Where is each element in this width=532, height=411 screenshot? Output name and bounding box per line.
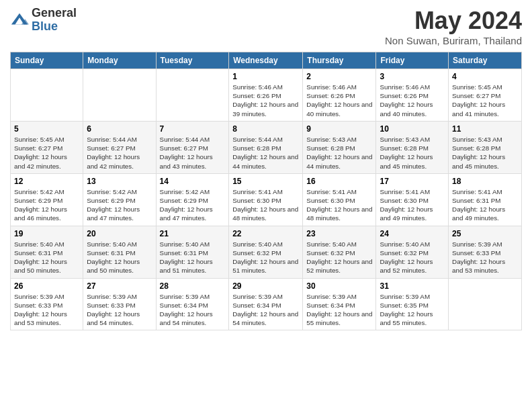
day-info: Sunrise: 5:41 AM Sunset: 6:30 PM Dayligh… — [306, 187, 372, 223]
day-number: 14 — [160, 177, 226, 186]
logo: General Blue — [10, 7, 77, 34]
day-number: 21 — [160, 229, 226, 238]
day-info: Sunrise: 5:46 AM Sunset: 6:26 PM Dayligh… — [306, 83, 372, 118]
day-info: Sunrise: 5:42 AM Sunset: 6:29 PM Dayligh… — [87, 187, 152, 223]
day-info: Sunrise: 5:43 AM Sunset: 6:28 PM Dayligh… — [380, 135, 445, 171]
calendar-cell: 30Sunrise: 5:39 AM Sunset: 6:34 PM Dayli… — [303, 278, 376, 330]
day-number: 29 — [232, 281, 299, 291]
weekday-header: Saturday — [449, 52, 522, 69]
day-info: Sunrise: 5:40 AM Sunset: 6:32 PM Dayligh… — [306, 240, 372, 275]
calendar-cell: 20Sunrise: 5:40 AM Sunset: 6:31 PM Dayli… — [83, 226, 156, 278]
day-info: Sunrise: 5:39 AM Sunset: 6:33 PM Dayligh… — [452, 240, 518, 275]
calendar-cell: 15Sunrise: 5:41 AM Sunset: 6:30 PM Dayli… — [229, 173, 303, 226]
day-info: Sunrise: 5:42 AM Sunset: 6:29 PM Dayligh… — [14, 187, 79, 223]
weekday-header: Friday — [376, 52, 449, 69]
day-info: Sunrise: 5:44 AM Sunset: 6:27 PM Dayligh… — [87, 135, 152, 171]
day-info: Sunrise: 5:40 AM Sunset: 6:32 PM Dayligh… — [232, 240, 299, 275]
day-number: 28 — [160, 281, 226, 291]
calendar-cell: 16Sunrise: 5:41 AM Sunset: 6:30 PM Dayli… — [303, 173, 376, 226]
calendar-cell: 10Sunrise: 5:43 AM Sunset: 6:28 PM Dayli… — [376, 121, 449, 173]
day-info: Sunrise: 5:40 AM Sunset: 6:31 PM Dayligh… — [14, 240, 79, 275]
calendar-cell: 7Sunrise: 5:44 AM Sunset: 6:27 PM Daylig… — [156, 121, 229, 173]
calendar-cell: 29Sunrise: 5:39 AM Sunset: 6:34 PM Dayli… — [229, 278, 303, 330]
calendar-cell — [83, 69, 156, 122]
day-info: Sunrise: 5:43 AM Sunset: 6:28 PM Dayligh… — [306, 135, 372, 171]
calendar-cell: 25Sunrise: 5:39 AM Sunset: 6:33 PM Dayli… — [449, 226, 522, 278]
day-info: Sunrise: 5:41 AM Sunset: 6:30 PM Dayligh… — [232, 187, 299, 223]
logo-icon — [10, 11, 29, 30]
day-number: 16 — [306, 177, 372, 186]
day-info: Sunrise: 5:39 AM Sunset: 6:35 PM Dayligh… — [380, 292, 445, 328]
month-year: May 2024 — [385, 7, 522, 35]
calendar-week-row: 26Sunrise: 5:39 AM Sunset: 6:33 PM Dayli… — [11, 278, 522, 330]
day-info: Sunrise: 5:45 AM Sunset: 6:27 PM Dayligh… — [452, 83, 518, 118]
calendar-cell: 11Sunrise: 5:43 AM Sunset: 6:28 PM Dayli… — [449, 121, 522, 173]
day-number: 13 — [87, 177, 152, 186]
day-number: 22 — [232, 229, 299, 238]
weekday-header: Thursday — [303, 52, 376, 69]
calendar-cell: 31Sunrise: 5:39 AM Sunset: 6:35 PM Dayli… — [376, 278, 449, 330]
logo-text: General Blue — [32, 7, 77, 34]
calendar-cell: 1Sunrise: 5:46 AM Sunset: 6:26 PM Daylig… — [229, 69, 303, 122]
calendar-week-row: 19Sunrise: 5:40 AM Sunset: 6:31 PM Dayli… — [11, 226, 522, 278]
weekday-header: Wednesday — [229, 52, 303, 69]
day-number: 8 — [232, 124, 299, 134]
day-info: Sunrise: 5:42 AM Sunset: 6:29 PM Dayligh… — [160, 187, 226, 223]
day-number: 19 — [14, 229, 79, 238]
day-number: 18 — [452, 177, 518, 186]
day-info: Sunrise: 5:46 AM Sunset: 6:26 PM Dayligh… — [380, 83, 445, 118]
calendar-week-row: 1Sunrise: 5:46 AM Sunset: 6:26 PM Daylig… — [11, 69, 522, 122]
day-info: Sunrise: 5:46 AM Sunset: 6:26 PM Dayligh… — [232, 83, 299, 118]
day-info: Sunrise: 5:39 AM Sunset: 6:33 PM Dayligh… — [14, 292, 79, 328]
day-number: 4 — [452, 72, 518, 81]
day-number: 6 — [87, 124, 152, 134]
day-number: 30 — [306, 281, 372, 291]
day-info: Sunrise: 5:40 AM Sunset: 6:32 PM Dayligh… — [380, 240, 445, 275]
day-info: Sunrise: 5:41 AM Sunset: 6:31 PM Dayligh… — [452, 187, 518, 223]
day-number: 15 — [232, 177, 299, 186]
weekday-header-row: SundayMondayTuesdayWednesdayThursdayFrid… — [11, 52, 522, 69]
weekday-header: Sunday — [11, 52, 83, 69]
day-info: Sunrise: 5:44 AM Sunset: 6:27 PM Dayligh… — [160, 135, 226, 171]
day-info: Sunrise: 5:45 AM Sunset: 6:27 PM Dayligh… — [14, 135, 79, 171]
calendar-cell: 5Sunrise: 5:45 AM Sunset: 6:27 PM Daylig… — [11, 121, 83, 173]
weekday-header: Monday — [83, 52, 156, 69]
day-number: 31 — [380, 281, 445, 291]
day-number: 12 — [14, 177, 79, 186]
day-number: 3 — [380, 72, 445, 81]
day-number: 1 — [232, 72, 299, 81]
title-block: May 2024 Non Suwan, Buriram, Thailand — [385, 7, 522, 46]
weekday-header: Tuesday — [156, 52, 229, 69]
page-header: General Blue May 2024 Non Suwan, Buriram… — [10, 7, 522, 46]
day-number: 26 — [14, 281, 79, 291]
day-number: 2 — [306, 72, 372, 81]
location: Non Suwan, Buriram, Thailand — [385, 35, 522, 46]
calendar-cell: 22Sunrise: 5:40 AM Sunset: 6:32 PM Dayli… — [229, 226, 303, 278]
day-info: Sunrise: 5:40 AM Sunset: 6:31 PM Dayligh… — [87, 240, 152, 275]
calendar-cell: 23Sunrise: 5:40 AM Sunset: 6:32 PM Dayli… — [303, 226, 376, 278]
day-number: 9 — [306, 124, 372, 134]
calendar-cell: 12Sunrise: 5:42 AM Sunset: 6:29 PM Dayli… — [11, 173, 83, 226]
calendar-table: SundayMondayTuesdayWednesdayThursdayFrid… — [10, 52, 522, 330]
day-number: 23 — [306, 229, 372, 238]
calendar-cell: 3Sunrise: 5:46 AM Sunset: 6:26 PM Daylig… — [376, 69, 449, 122]
calendar-cell: 2Sunrise: 5:46 AM Sunset: 6:26 PM Daylig… — [303, 69, 376, 122]
calendar-cell: 21Sunrise: 5:40 AM Sunset: 6:31 PM Dayli… — [156, 226, 229, 278]
day-number: 10 — [380, 124, 445, 134]
day-info: Sunrise: 5:43 AM Sunset: 6:28 PM Dayligh… — [452, 135, 518, 171]
logo-blue: Blue — [32, 20, 77, 34]
calendar-cell: 8Sunrise: 5:44 AM Sunset: 6:28 PM Daylig… — [229, 121, 303, 173]
calendar-cell: 28Sunrise: 5:39 AM Sunset: 6:34 PM Dayli… — [156, 278, 229, 330]
day-info: Sunrise: 5:39 AM Sunset: 6:34 PM Dayligh… — [232, 292, 299, 328]
calendar-cell: 6Sunrise: 5:44 AM Sunset: 6:27 PM Daylig… — [83, 121, 156, 173]
day-info: Sunrise: 5:44 AM Sunset: 6:28 PM Dayligh… — [232, 135, 299, 171]
calendar-cell: 26Sunrise: 5:39 AM Sunset: 6:33 PM Dayli… — [11, 278, 83, 330]
day-number: 24 — [380, 229, 445, 238]
day-number: 20 — [87, 229, 152, 238]
day-number: 5 — [14, 124, 79, 134]
day-number: 7 — [160, 124, 226, 134]
calendar-cell: 17Sunrise: 5:41 AM Sunset: 6:30 PM Dayli… — [376, 173, 449, 226]
calendar-cell: 19Sunrise: 5:40 AM Sunset: 6:31 PM Dayli… — [11, 226, 83, 278]
calendar-cell: 9Sunrise: 5:43 AM Sunset: 6:28 PM Daylig… — [303, 121, 376, 173]
day-number: 27 — [87, 281, 152, 291]
